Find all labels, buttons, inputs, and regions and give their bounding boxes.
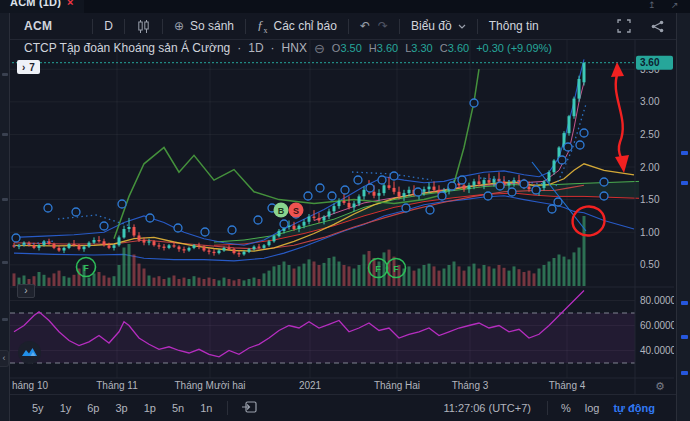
time-label: Tháng 4 bbox=[549, 380, 586, 391]
signal-circle bbox=[304, 192, 312, 200]
chevron-right-icon: › bbox=[24, 285, 27, 296]
rsi-tick: 60.0000 bbox=[640, 320, 674, 331]
price-tick: 3.00 bbox=[640, 96, 660, 107]
log-scale-button[interactable]: log bbox=[578, 402, 607, 414]
signal-circle bbox=[280, 220, 288, 228]
compare-button[interactable]: ⊕ So sánh bbox=[163, 13, 245, 39]
ohlc-item: H3.60 bbox=[369, 42, 398, 54]
signal-circle bbox=[426, 206, 434, 214]
tab-close-icon[interactable]: × bbox=[67, 0, 74, 8]
signal-circle bbox=[470, 99, 478, 107]
symbol-title[interactable]: CTCP Tập đoàn Khoáng sản Á Cường bbox=[24, 41, 230, 55]
indicators-button[interactable]: ƒx Các chỉ báo bbox=[246, 13, 348, 39]
price-tick: 1.00 bbox=[640, 227, 660, 238]
signal-circle bbox=[508, 188, 516, 196]
panel-collapse-icon[interactable]: ↥ bbox=[648, 0, 656, 10]
signal-circle bbox=[174, 224, 182, 232]
symbol-legend: CTCP Tập đoàn Khoáng sản Á Cường · 1D · … bbox=[24, 41, 552, 55]
chart-tab[interactable]: ACM (1D)× bbox=[0, 0, 84, 13]
price-tick: 2.00 bbox=[640, 162, 660, 173]
plus-circle-icon: ⊕ bbox=[174, 19, 184, 33]
signal-circle bbox=[600, 178, 608, 186]
watchlist-collapse-handle[interactable]: ‹ bbox=[0, 350, 9, 367]
clock[interactable]: 11:27:06 (UTC+7) bbox=[433, 402, 541, 414]
share-button[interactable] bbox=[643, 20, 672, 33]
undo-button[interactable]: ↶ bbox=[349, 13, 374, 39]
chart-style-button[interactable] bbox=[125, 13, 162, 39]
signal-circle bbox=[354, 176, 362, 184]
undo-icon: ↶ bbox=[360, 19, 370, 33]
signal-circle bbox=[458, 176, 466, 184]
ma_fast-line bbox=[14, 164, 634, 251]
signal-circle bbox=[341, 186, 349, 194]
trading-chart-app: ACM (1D)× ↥ ↗ ‹ ACM D ⊕ So sánh bbox=[0, 0, 690, 421]
range-5n[interactable]: 5n bbox=[164, 402, 192, 414]
range-3p[interactable]: 3p bbox=[108, 402, 136, 414]
symbol-button[interactable]: ACM bbox=[10, 13, 92, 39]
signal-circle bbox=[438, 192, 446, 200]
signal-circle bbox=[548, 205, 556, 213]
signal-circle bbox=[378, 176, 386, 184]
signal-circle bbox=[316, 184, 324, 192]
ohlc-values: O3.50H3.60L3.30C3.60+0.30 (+9.09%) bbox=[332, 42, 552, 54]
legend-interval: 1D bbox=[248, 41, 263, 55]
auto-scale-button[interactable]: tự động bbox=[606, 402, 662, 414]
collapsed-indicators-pill[interactable]: › 7 bbox=[17, 60, 40, 74]
signal-circle bbox=[448, 182, 456, 190]
fullscreen-button[interactable] bbox=[609, 19, 639, 33]
goto-date-button[interactable] bbox=[234, 401, 265, 415]
range-1y[interactable]: 1y bbox=[52, 402, 80, 414]
signal-circle bbox=[414, 188, 422, 196]
gear-icon: ⚙ bbox=[655, 380, 665, 392]
candlestick-icon bbox=[136, 19, 151, 34]
svg-text:F: F bbox=[83, 263, 89, 273]
chart-menu-button[interactable]: Biểu đồ bbox=[400, 13, 477, 39]
time-label: Tháng 11 bbox=[96, 380, 138, 391]
range-6p[interactable]: 6p bbox=[79, 402, 107, 414]
fullscreen-icon bbox=[617, 19, 631, 33]
signal-circle bbox=[600, 192, 608, 200]
pane2-collapse-button[interactable]: › bbox=[17, 284, 35, 298]
red-arrow-annotation bbox=[616, 72, 623, 162]
redo-button[interactable]: ↷ bbox=[374, 13, 399, 39]
svg-text:F: F bbox=[375, 264, 381, 274]
interval-button[interactable]: D bbox=[93, 13, 124, 39]
range-5y[interactable]: 5y bbox=[24, 402, 52, 414]
signal-circle bbox=[532, 186, 540, 194]
chart-canvas[interactable]: FFFBS3.503.002.502.001.501.000.503.6080.… bbox=[10, 40, 674, 394]
legend-collapse-icon[interactable]: ⊖ bbox=[314, 41, 325, 56]
signal-circle bbox=[564, 143, 572, 151]
ohlc-item: L3.30 bbox=[405, 42, 433, 54]
signal-circle bbox=[554, 198, 562, 206]
rsi-tick: 40.0000 bbox=[640, 345, 674, 356]
time-label: Tháng 3 bbox=[452, 380, 489, 391]
change-value: +0.30 (+9.09%) bbox=[476, 42, 552, 54]
info-button[interactable]: Thông tin bbox=[478, 13, 550, 39]
signal-circle bbox=[201, 228, 209, 236]
chevron-right-icon: › bbox=[22, 62, 25, 73]
redo-icon: ↷ bbox=[378, 19, 388, 33]
signal-circle bbox=[484, 192, 492, 200]
percent-scale-button[interactable]: % bbox=[554, 402, 578, 414]
time-label: Tháng Hai bbox=[374, 380, 420, 391]
chevron-down-icon bbox=[458, 24, 466, 29]
signal-circle bbox=[402, 204, 410, 212]
tradingview-logo bbox=[18, 341, 41, 364]
legend-exchange: HNX bbox=[282, 41, 307, 55]
range-1n[interactable]: 1n bbox=[192, 402, 220, 414]
main-toolbar: ACM D ⊕ So sánh ƒx Các chỉ báo ↶ ↷ Biểu … bbox=[10, 13, 676, 40]
time-label: háng 10 bbox=[12, 380, 49, 391]
svg-text:3.60: 3.60 bbox=[640, 57, 660, 68]
fx-icon: ƒx bbox=[257, 17, 268, 35]
signal-circle bbox=[496, 182, 504, 190]
signal-circle bbox=[72, 208, 80, 216]
signal-circle bbox=[390, 172, 398, 180]
panel-popup-icon[interactable]: ↗ bbox=[671, 0, 679, 10]
signal-circle bbox=[576, 141, 584, 149]
signal-circle bbox=[520, 180, 528, 188]
time-label: 2021 bbox=[299, 380, 322, 391]
range-1p[interactable]: 1p bbox=[136, 402, 164, 414]
ohlc-item: C3.60 bbox=[440, 42, 469, 54]
range-buttons: 5y1y6p3p1p5n1n bbox=[24, 402, 221, 414]
rsi-tick: 80.0000 bbox=[640, 295, 674, 306]
